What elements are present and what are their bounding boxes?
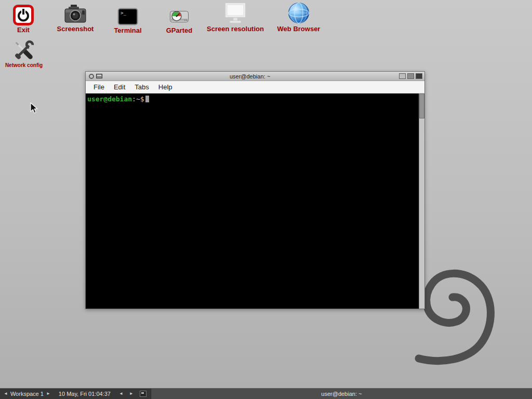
taskbar-clock: 10 May, Fri 01:04:37 [59,391,111,397]
icon-label: Exit [17,26,30,34]
tray-terminal-icon[interactable] [140,391,147,397]
disk-gauge-icon [168,2,191,26]
icon-label: Screenshot [57,25,94,33]
menu-help[interactable]: Help [154,82,177,92]
prompt-suffix: :~$ [132,95,144,103]
camera-icon [63,0,87,24]
window-titlebar[interactable]: user@debian: ~ [86,72,424,81]
terminal-output[interactable]: user@debian:~$ [86,94,424,309]
power-icon [13,1,34,25]
menu-file[interactable]: File [89,82,109,92]
menu-tabs[interactable]: Tabs [130,82,153,92]
terminal-cursor [145,96,149,102]
terminal-scrollbar[interactable] [419,94,424,309]
terminal-window: user@debian: ~ File Edit Tabs Help user@… [85,71,425,309]
prompt-user: user@debian [87,95,132,103]
pager-next-button[interactable]: ► [128,392,135,396]
clock-pager: ◄ ► [118,392,135,396]
taskbar-task-terminal[interactable]: user@debian: ~ [151,389,532,399]
desktop-icon-web-browser[interactable]: Web Browser [268,0,330,33]
taskbar: ◄ Workspace 1 ► 10 May, Fri 01:04:37 ◄ ►… [0,388,532,399]
workspace-next-button[interactable]: ► [45,392,51,396]
icon-label: GParted [166,26,193,34]
workspace-prev-button[interactable]: ◄ [3,392,9,396]
monitor-icon [223,0,248,24]
window-app-icon [96,74,102,78]
menubar: File Edit Tabs Help [86,81,424,94]
mouse-cursor [30,102,39,115]
busy-spinner-icon [89,74,94,79]
icon-label: Screen resolution [207,25,264,33]
menu-edit[interactable]: Edit [109,82,130,92]
minimize-button[interactable] [399,73,406,79]
desktop-icon-screen-resolution[interactable]: Screen resolution [204,0,267,33]
close-button[interactable] [416,73,422,79]
svg-text:>_: >_ [121,10,126,16]
icon-label: Terminal [114,26,141,34]
maximize-button[interactable] [407,73,414,79]
desktop-icon-network-config[interactable]: Network config [0,37,55,68]
scrollbar-thumb[interactable] [419,94,424,118]
icon-label: Network config [5,62,43,68]
icon-label: Web Browser [277,25,321,33]
task-title: user@debian: ~ [321,391,362,397]
window-title: user@debian: ~ [102,73,397,79]
terminal-icon: >_ [117,2,138,26]
workspace-switcher[interactable]: Workspace 1 [10,391,44,397]
pager-prev-button[interactable]: ◄ [118,392,124,396]
desktop-icon-gparted[interactable]: GParted [148,2,210,34]
tools-icon [12,37,36,62]
globe-icon [287,0,310,24]
